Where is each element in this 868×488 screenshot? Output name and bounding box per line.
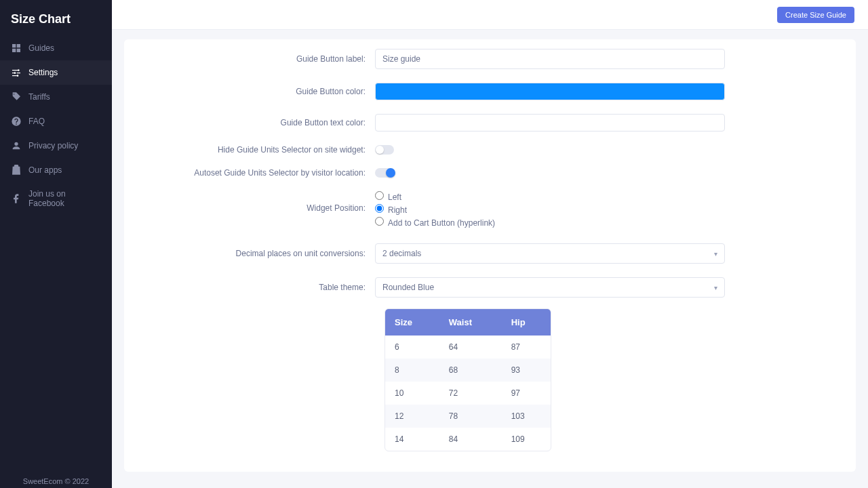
sidebar-item-label: Settings — [28, 68, 58, 77]
table-cell: 10 — [385, 382, 439, 405]
guide-button-label-input[interactable] — [375, 49, 725, 69]
table-header: Hip — [502, 309, 551, 336]
widget-position-group: Left Right Add to Cart Button (hyperlink… — [375, 191, 725, 228]
table-cell: 78 — [439, 405, 502, 428]
chevron-down-icon: ▾ — [714, 250, 717, 258]
widget-position-option-cart[interactable]: Add to Cart Button (hyperlink) — [375, 217, 725, 228]
settings-panel: Guide Button label: Guide Button color: … — [124, 39, 856, 472]
table-header: Waist — [439, 309, 502, 336]
table-row: 107297 — [385, 382, 551, 405]
sidebar-item-label: Privacy policy — [28, 141, 78, 150]
guide-button-color-swatch[interactable] — [375, 83, 725, 100]
sidebar-item-label: Tariffs — [28, 92, 50, 102]
table-cell: 14 — [385, 428, 439, 451]
sidebar-footer: SweetEcom © 2022 — [0, 473, 112, 488]
chevron-down-icon: ▾ — [714, 284, 717, 291]
decimal-places-select[interactable]: 2 decimals ▾ — [375, 243, 725, 264]
table-header: Size — [385, 309, 439, 336]
table-cell: 64 — [439, 336, 502, 359]
table-row: 1278103 — [385, 405, 551, 428]
sidebar-nav: Guides Settings Tariffs FAQ Privacy poli… — [0, 36, 112, 473]
autoset-units-label: Autoset Guide Units Selector by visitor … — [124, 168, 375, 178]
table-row: 66487 — [385, 336, 551, 359]
widget-position-option-left[interactable]: Left — [375, 191, 725, 202]
decimal-places-label: Decimal places on unit conversions: — [124, 249, 375, 258]
help-icon — [11, 116, 22, 127]
table-row: 1484109 — [385, 428, 551, 451]
sidebar-item-privacy[interactable]: Privacy policy — [0, 134, 112, 158]
slider-icon — [11, 67, 22, 78]
sidebar-item-label: Join us on Facebook — [28, 189, 101, 208]
guide-button-text-color-label: Guide Button text color: — [124, 118, 375, 127]
table-theme-select[interactable]: Rounded Blue ▾ — [375, 277, 725, 298]
table-cell: 8 — [385, 359, 439, 382]
table-cell: 6 — [385, 336, 439, 359]
table-cell: 103 — [502, 405, 551, 428]
widget-position-label: Widget Position: — [124, 191, 375, 213]
table-cell: 84 — [439, 428, 502, 451]
table-theme-label: Table theme: — [124, 283, 375, 292]
user-icon — [11, 140, 22, 151]
table-cell: 109 — [502, 428, 551, 451]
sidebar-item-guides[interactable]: Guides — [0, 36, 112, 60]
sidebar-item-label: Our apps — [28, 165, 62, 175]
brand-title: Size Chart — [0, 0, 112, 36]
table-cell: 12 — [385, 405, 439, 428]
size-table-preview: Size Waist Hip 6648786893107297127810314… — [384, 308, 551, 451]
widget-position-option-right[interactable]: Right — [375, 204, 725, 215]
guide-button-label-label: Guide Button label: — [124, 54, 375, 64]
sidebar-item-tariffs[interactable]: Tariffs — [0, 85, 112, 109]
bag-icon — [11, 165, 22, 176]
table-row: 86893 — [385, 359, 551, 382]
sidebar-item-facebook[interactable]: Join us on Facebook — [0, 182, 112, 215]
autoset-units-toggle[interactable] — [375, 168, 394, 178]
table-cell: 93 — [502, 359, 551, 382]
sidebar-item-label: FAQ — [28, 117, 45, 126]
sidebar-item-settings[interactable]: Settings — [0, 60, 112, 85]
sidebar: Size Chart Guides Settings Tariffs FAQ P… — [0, 0, 112, 488]
topbar: Create Size Guide — [112, 0, 868, 30]
table-cell: 68 — [439, 359, 502, 382]
table-cell: 72 — [439, 382, 502, 405]
guide-button-text-color-swatch[interactable] — [375, 114, 725, 131]
tag-icon — [11, 92, 22, 102]
hide-units-selector-toggle[interactable] — [375, 145, 394, 155]
create-size-guide-button[interactable]: Create Size Guide — [777, 7, 854, 23]
grid-icon — [11, 43, 22, 54]
hide-units-selector-label: Hide Guide Units Selector on site widget… — [124, 145, 375, 155]
table-cell: 97 — [502, 382, 551, 405]
sidebar-item-faq[interactable]: FAQ — [0, 109, 112, 134]
table-cell: 87 — [502, 336, 551, 359]
guide-button-color-label: Guide Button color: — [124, 87, 375, 96]
facebook-icon — [11, 193, 22, 204]
sidebar-item-our-apps[interactable]: Our apps — [0, 158, 112, 182]
sidebar-item-label: Guides — [28, 43, 54, 53]
